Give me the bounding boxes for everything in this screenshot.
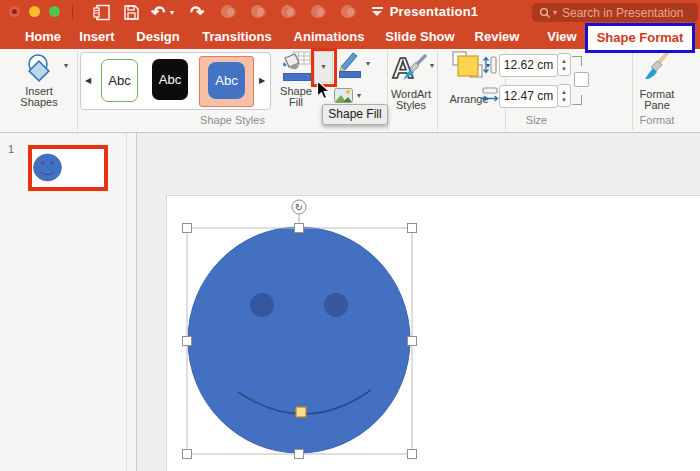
close-button[interactable] (9, 6, 20, 17)
panel-divider (126, 133, 127, 471)
undo-dropdown[interactable]: ▾ (170, 8, 174, 17)
insert-shapes-label-2: Shapes (8, 97, 70, 108)
paintbrush-icon (643, 50, 671, 83)
shape-adjust-handle[interactable] (296, 407, 306, 417)
redo-button[interactable]: ↷ (188, 3, 206, 21)
thumbnail-label: Abc (215, 73, 237, 88)
search-placeholder: Search in Presentation (562, 6, 683, 20)
paint-bucket-icon (281, 50, 311, 73)
caret-down-icon: ▾ (357, 91, 361, 100)
shape-style-thumbnail-1[interactable]: Abc (101, 59, 138, 102)
save-icon (123, 4, 140, 21)
disabled-toolbar-icon (281, 5, 294, 18)
shape-style-thumbnail-2[interactable]: Abc (152, 59, 188, 100)
resize-handle-bottom-left[interactable] (183, 450, 192, 459)
tab-transitions[interactable]: Transitions (202, 24, 271, 49)
stepper-down-icon: ▼ (561, 65, 567, 73)
tab-home[interactable]: Home (25, 24, 61, 49)
caret-down-icon: ▾ (366, 59, 370, 68)
picture-effects-icon (334, 88, 353, 103)
tab-view[interactable]: View (547, 24, 576, 49)
shape-effects-dropdown[interactable]: ▾ (357, 92, 361, 100)
stepper-up-icon: ▲ (561, 57, 567, 65)
shape-height-icon (481, 54, 497, 76)
group-divider (77, 51, 78, 130)
arrow-right-icon: ▶ (259, 76, 265, 85)
format-group-label: Format (634, 114, 680, 126)
tab-shape-format-with-blue-annotation[interactable]: Shape Format (585, 23, 695, 53)
insert-shapes-button[interactable]: ▾ Insert Shapes (8, 50, 70, 130)
shape-width-input[interactable]: 12.47 cm (499, 85, 558, 108)
shape-height-input[interactable]: 12.62 cm (499, 54, 558, 77)
shape-outline-dropdown[interactable]: ▾ (366, 60, 370, 68)
caret-down-icon: ▾ (430, 62, 434, 70)
disabled-toolbar-icon (341, 5, 354, 18)
caret-down-icon: ▾ (170, 8, 174, 17)
shape-style-thumbnail-3-selected[interactable]: Abc (208, 62, 245, 99)
save-button[interactable] (121, 3, 141, 21)
shape-height-stepper[interactable]: ▲ ▼ (557, 53, 571, 76)
lock-aspect-ratio-checkbox[interactable] (574, 72, 589, 87)
search-icon (539, 7, 551, 19)
caret-down-icon: ▾ (64, 62, 68, 70)
resize-handle-bottom-middle[interactable] (295, 450, 304, 459)
slide-1-thumbnail[interactable] (32, 149, 104, 187)
outline-color-swatch (339, 71, 361, 78)
title-bar: ↶ ▾ ↷ Presentation1 ▾ Search in Presenta… (0, 0, 700, 24)
gallery-next-button[interactable]: ▶ (254, 52, 270, 108)
thumbnail-label: Abc (159, 72, 181, 87)
undo-button[interactable]: ↶ (149, 3, 167, 21)
gallery-prev-button[interactable]: ◀ (80, 52, 96, 108)
shapes-icon (22, 53, 58, 85)
tab-insert[interactable]: Insert (79, 24, 114, 49)
resize-handle-top-middle[interactable] (295, 224, 304, 233)
shape-effects-button[interactable] (334, 88, 354, 104)
thumbnail-label: Abc (108, 73, 130, 88)
aspect-bracket-top-icon (572, 56, 582, 66)
slide-editing-layer: ↻ (137, 133, 700, 471)
tab-slide-show[interactable]: Slide Show (385, 24, 454, 49)
new-presentation-button[interactable] (92, 3, 112, 21)
shape-fill-tooltip: Shape Fill (322, 104, 388, 125)
group-divider (437, 51, 438, 130)
resize-handle-top-left[interactable] (183, 224, 192, 233)
wordart-label-2: Styles (386, 100, 436, 111)
resize-handle-top-right[interactable] (408, 224, 417, 233)
powerpoint-window: ↶ ▾ ↷ Presentation1 ▾ Search in Presenta… (0, 0, 700, 471)
shape-outline-button[interactable] (337, 50, 363, 80)
annotation-red-box-slide-thumbnail (28, 145, 108, 191)
shape-width-icon (481, 86, 499, 104)
fill-color-swatch (283, 73, 311, 81)
disabled-toolbar-icon (251, 5, 264, 18)
shape-fill-button[interactable]: Shape Fill (279, 50, 313, 110)
arrow-left-icon: ◀ (85, 76, 91, 85)
disabled-toolbar-icon (221, 5, 234, 18)
shape-fill-label-2: Fill (274, 97, 318, 108)
slide-number: 1 (2, 143, 20, 155)
group-divider (632, 51, 633, 130)
rotate-icon: ↻ (295, 202, 303, 213)
window-title: Presentation1 (374, 4, 494, 19)
tab-design[interactable]: Design (136, 24, 179, 49)
zoom-button[interactable] (49, 6, 60, 17)
arrange-icon (452, 51, 484, 80)
size-group-label: Size (509, 114, 564, 126)
resize-handle-middle-right[interactable] (408, 337, 417, 346)
stepper-down-icon: ▼ (561, 96, 567, 104)
smiley-right-eye (324, 293, 348, 317)
smiley-face-shape[interactable] (188, 227, 410, 453)
undo-icon: ↶ (151, 2, 165, 23)
search-input[interactable]: ▾ Search in Presentation (532, 3, 698, 22)
resize-handle-middle-left[interactable] (183, 337, 192, 346)
tab-review[interactable]: Review (475, 24, 520, 49)
aspect-bracket-bottom-icon (572, 95, 582, 105)
minimize-button[interactable] (29, 6, 40, 17)
document-icon (93, 4, 111, 21)
shape-width-stepper[interactable]: ▲ ▼ (557, 84, 571, 107)
stepper-up-icon: ▲ (561, 88, 567, 96)
titlebar-separator (72, 5, 73, 19)
tab-animations[interactable]: Animations (294, 24, 365, 49)
smiley-left-eye (250, 293, 274, 317)
resize-handle-bottom-right[interactable] (408, 450, 417, 459)
wordart-styles-button[interactable]: A ▾ WordArt Styles (386, 50, 436, 130)
